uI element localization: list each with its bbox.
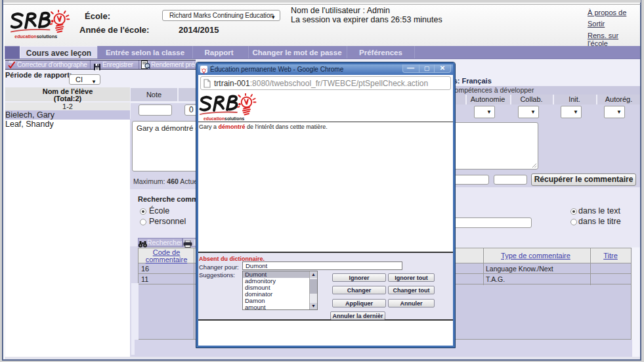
svg-text:educationsolutions: educationsolutions [204, 116, 245, 121]
svg-text:ABC: ABC [9, 60, 16, 64]
svg-text:educationsolutions: educationsolutions [14, 34, 57, 39]
